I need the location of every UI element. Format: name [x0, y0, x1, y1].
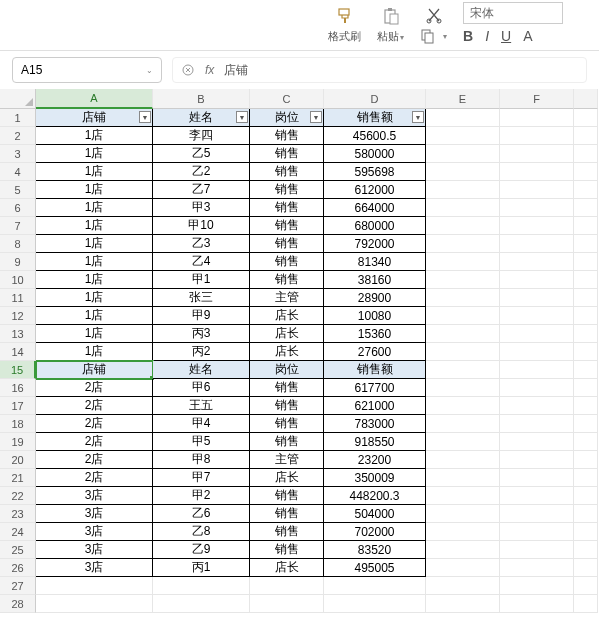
cell[interactable]: 丙2	[153, 343, 250, 361]
paste-button[interactable]: 粘贴▾	[377, 5, 404, 44]
cell[interactable]	[574, 235, 598, 253]
cell[interactable]: 岗位	[250, 361, 324, 379]
cell[interactable]	[426, 361, 500, 379]
cell[interactable]	[500, 433, 574, 451]
cell[interactable]	[426, 289, 500, 307]
cell[interactable]	[324, 595, 426, 613]
cell[interactable]: 1店	[36, 181, 153, 199]
cell[interactable]: 1店	[36, 289, 153, 307]
cell[interactable]	[500, 379, 574, 397]
row-header[interactable]: 12	[0, 307, 36, 325]
cell[interactable]	[574, 433, 598, 451]
cell[interactable]: 岗位▼	[250, 109, 324, 127]
row-header[interactable]: 18	[0, 415, 36, 433]
cell[interactable]	[500, 577, 574, 595]
cell[interactable]: 甲1	[153, 271, 250, 289]
cell[interactable]: 2店	[36, 469, 153, 487]
cell[interactable]	[574, 145, 598, 163]
row-header[interactable]: 3	[0, 145, 36, 163]
cell[interactable]	[426, 217, 500, 235]
cell[interactable]	[500, 415, 574, 433]
cell[interactable]: 销售	[250, 271, 324, 289]
cell[interactable]: 1店	[36, 343, 153, 361]
row-header[interactable]: 22	[0, 487, 36, 505]
cell[interactable]	[574, 415, 598, 433]
row-header[interactable]: 15	[0, 361, 36, 379]
column-header-B[interactable]: B	[153, 89, 250, 109]
cell[interactable]	[250, 595, 324, 613]
cell[interactable]	[500, 397, 574, 415]
cell[interactable]: 448200.3	[324, 487, 426, 505]
cell[interactable]: 10080	[324, 307, 426, 325]
cell[interactable]: 店长	[250, 559, 324, 577]
cell[interactable]: 销售	[250, 433, 324, 451]
cell[interactable]: 销售	[250, 487, 324, 505]
cell[interactable]: 甲3	[153, 199, 250, 217]
cell[interactable]	[574, 289, 598, 307]
cell[interactable]	[500, 523, 574, 541]
cell[interactable]: 1店	[36, 325, 153, 343]
cell[interactable]	[426, 397, 500, 415]
cell[interactable]	[500, 361, 574, 379]
cell[interactable]: 783000	[324, 415, 426, 433]
cell[interactable]	[426, 163, 500, 181]
cell[interactable]	[574, 595, 598, 613]
cell[interactable]	[500, 325, 574, 343]
cell[interactable]: 3店	[36, 559, 153, 577]
cell[interactable]	[574, 523, 598, 541]
cell[interactable]: 甲10	[153, 217, 250, 235]
cell[interactable]: 1店	[36, 199, 153, 217]
filter-dropdown-icon[interactable]: ▼	[310, 111, 322, 123]
cell[interactable]: 680000	[324, 217, 426, 235]
cell[interactable]	[574, 451, 598, 469]
cell[interactable]	[500, 181, 574, 199]
cell[interactable]: 595698	[324, 163, 426, 181]
cell[interactable]	[426, 109, 500, 127]
row-header[interactable]: 7	[0, 217, 36, 235]
cell[interactable]	[574, 361, 598, 379]
row-header[interactable]: 23	[0, 505, 36, 523]
cell[interactable]: 3店	[36, 487, 153, 505]
cell[interactable]	[426, 325, 500, 343]
cell[interactable]: 销售	[250, 379, 324, 397]
cell[interactable]	[500, 541, 574, 559]
cell[interactable]: 2店	[36, 379, 153, 397]
format-painter-button[interactable]: 格式刷	[328, 5, 361, 44]
column-header-C[interactable]: C	[250, 89, 324, 109]
bold-button[interactable]: B	[463, 28, 473, 44]
cell[interactable]	[426, 235, 500, 253]
row-header[interactable]: 24	[0, 523, 36, 541]
cell[interactable]: 45600.5	[324, 127, 426, 145]
cell[interactable]: 店长	[250, 325, 324, 343]
cell[interactable]	[426, 199, 500, 217]
row-header[interactable]: 20	[0, 451, 36, 469]
cell[interactable]	[426, 127, 500, 145]
row-header[interactable]: 27	[0, 577, 36, 595]
cell[interactable]: 甲2	[153, 487, 250, 505]
cell[interactable]: 销售额▼	[324, 109, 426, 127]
row-header[interactable]: 16	[0, 379, 36, 397]
cell[interactable]	[574, 541, 598, 559]
cell[interactable]	[324, 577, 426, 595]
row-header[interactable]: 9	[0, 253, 36, 271]
cell[interactable]: 店长	[250, 307, 324, 325]
row-header[interactable]: 19	[0, 433, 36, 451]
cell[interactable]: 702000	[324, 523, 426, 541]
cell[interactable]: 1店	[36, 271, 153, 289]
cell[interactable]	[574, 397, 598, 415]
cell[interactable]	[500, 343, 574, 361]
cell[interactable]	[500, 109, 574, 127]
cell[interactable]	[153, 577, 250, 595]
select-all-corner[interactable]	[0, 89, 36, 109]
cell[interactable]: 918550	[324, 433, 426, 451]
cell[interactable]: 2店	[36, 433, 153, 451]
cell[interactable]: 销售	[250, 217, 324, 235]
cell[interactable]	[426, 559, 500, 577]
cell[interactable]: 姓名▼	[153, 109, 250, 127]
cell[interactable]: 王五	[153, 397, 250, 415]
cell[interactable]	[500, 289, 574, 307]
cell[interactable]: 销售	[250, 181, 324, 199]
row-header[interactable]: 5	[0, 181, 36, 199]
cell[interactable]	[500, 217, 574, 235]
cell[interactable]: 乙2	[153, 163, 250, 181]
